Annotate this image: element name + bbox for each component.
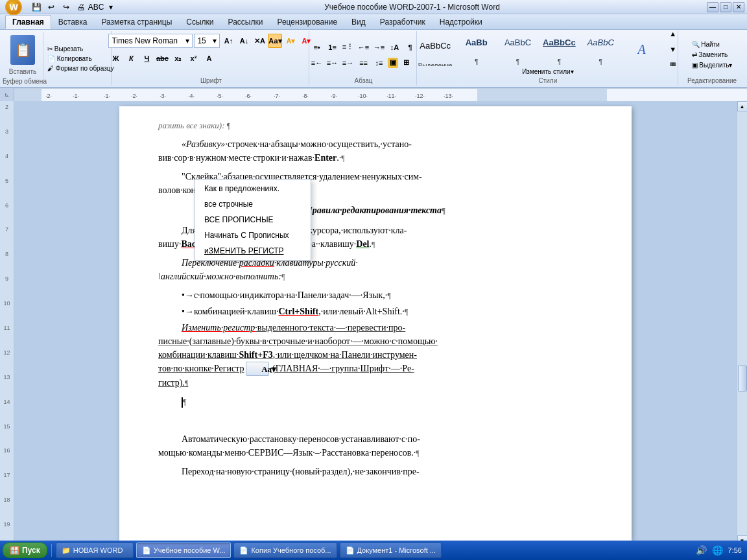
sort-btn[interactable]: ↕A — [388, 40, 402, 54]
styles-scroll-up[interactable]: ▲ — [666, 32, 680, 41]
menu-item-lowercase[interactable]: все строчные — [195, 196, 311, 212]
find-btn[interactable]: 🔍 Найти — [689, 40, 735, 49]
menu-item-toggle-case[interactable]: иЗМЕНИТЬ РЕГИСТР — [195, 243, 311, 259]
ribbon-tab-вставка[interactable]: Вставка — [51, 15, 95, 29]
ribbon-tabs: ГлавнаяВставкаРазметка страницыСсылкиРас… — [0, 14, 747, 30]
taskbar-item-doc3[interactable]: 📄 Документ1 - Microsoft ... — [340, 542, 442, 558]
ribbon-tab-рецензирование[interactable]: Рецензирование — [270, 15, 344, 29]
borders-btn[interactable]: ⊞ — [399, 56, 414, 70]
window-title: Учебное пособие WORD-2007-1 - Microsoft … — [117, 3, 707, 12]
font-size-dropdown[interactable]: 15 ▾ — [194, 34, 220, 48]
more-qat-btn[interactable]: ▾ — [104, 1, 117, 14]
justify-btn[interactable]: ≡≡ — [357, 56, 371, 70]
redo-qat-btn[interactable]: ↪ — [60, 1, 73, 14]
scroll-thumb[interactable] — [738, 366, 747, 391]
print-qat-btn[interactable]: 🖨 — [75, 1, 88, 14]
select-btn[interactable]: ▣ Выделить▾ — [689, 61, 735, 69]
taskbar-item-label-3: Копия Учебного пособ... — [251, 546, 331, 554]
ribbon-tab-ссылки[interactable]: Ссылки — [179, 15, 220, 29]
ruler-area: ⊾ ·2· ·1· ·1· ·2· ·3· ·4· ·5· ·6· ·7· ·8… — [0, 88, 747, 101]
format-painter-button[interactable]: 🖌 Формат по образцу — [45, 64, 116, 73]
doc-para-7: Автоматическую·расстановку·переносов·уст… — [158, 432, 593, 460]
highlight-btn[interactable]: A▾ — [283, 34, 298, 48]
menu-item-uppercase[interactable]: ВСЕ ПРОПИСНЫЕ — [195, 212, 311, 228]
font-name-value: Times New Roman — [112, 36, 178, 45]
bullets-btn[interactable]: ≡• — [310, 40, 324, 54]
tray-icon-2: 🌐 — [712, 545, 723, 555]
maximize-btn[interactable]: □ — [720, 2, 731, 12]
increase-indent-btn[interactable]: →≡ — [372, 40, 386, 54]
copy-button[interactable]: 📄 Копировать — [45, 54, 116, 63]
line-spacing-btn[interactable]: ↕≡ — [372, 56, 386, 70]
style-heading3[interactable]: AaBbCс ¶ Заголов... — [540, 32, 579, 66]
italic-btn[interactable]: К — [124, 51, 138, 65]
shading-btn[interactable]: ▣ — [388, 58, 398, 68]
multilevel-btn[interactable]: ≡⋮ — [341, 40, 355, 54]
editing-group: 🔍 Найти ⇄ Заменить ▣ Выделить▾ Редактиро… — [680, 31, 744, 86]
style-heading2[interactable]: AaBbC ¶ Заголов... — [498, 32, 538, 66]
document[interactable]: разить все знаки): ¶ «Разбивку»·строчек·… — [119, 106, 632, 541]
scroll-up-btn[interactable]: ▲ — [737, 101, 748, 111]
styles-scroll-down[interactable]: ▼ — [666, 42, 680, 56]
taskbar-item-doc1[interactable]: 📄 Учебное пособие W... — [136, 542, 231, 558]
svg-rect-0 — [14, 89, 747, 101]
scroll-track[interactable] — [737, 111, 748, 535]
vertical-scrollbar[interactable]: ▲ ▼ — [737, 101, 747, 546]
close-btn[interactable]: ✕ — [733, 2, 744, 12]
svg-text:·10·: ·10· — [358, 93, 368, 99]
taskbar-item-folder[interactable]: 📁 НОВАЯ WORD — [56, 542, 134, 558]
style-heading4[interactable]: AaBbC ¶ Заголов... — [581, 32, 621, 66]
align-left-btn[interactable]: ≡← — [310, 56, 324, 70]
svg-rect-2 — [477, 89, 607, 101]
text-effects-btn[interactable]: A — [202, 51, 216, 65]
ribbon-tab-надстройки[interactable]: Надстройки — [433, 15, 490, 29]
font-name-dropdown[interactable]: Times New Roman ▾ — [108, 34, 193, 48]
svg-rect-1 — [14, 89, 42, 101]
styles-more-btn[interactable]: ⊞ — [666, 58, 680, 66]
save-qat-btn[interactable]: 💾 — [30, 1, 43, 14]
ribbon-tab-рассылки[interactable]: Рассылки — [221, 15, 270, 29]
bold-btn[interactable]: Ж — [108, 51, 123, 65]
style-more[interactable]: A — [622, 32, 661, 66]
cut-button[interactable]: ✂ Вырезать — [45, 45, 116, 53]
align-center-btn[interactable]: ≡↔ — [326, 56, 340, 70]
replace-btn[interactable]: ⇄ Заменить — [689, 51, 735, 59]
font-group-label: Шрифт — [200, 77, 222, 84]
ribbon-tab-главная[interactable]: Главная — [5, 15, 51, 29]
menu-item-title-case[interactable]: Начинать С Прописных — [195, 228, 311, 243]
spellcheck-qat-btn[interactable]: ABC — [89, 1, 102, 14]
strikethrough-btn[interactable]: abc — [155, 51, 169, 65]
clear-format-btn[interactable]: ✕A — [252, 34, 267, 48]
ribbon-tab-разработчик[interactable]: Разработчик — [373, 15, 433, 29]
minimize-btn[interactable]: — — [707, 2, 718, 12]
styles-gallery: AaBbCc Выделение AaBb ¶ Заголов... AaBbC… — [416, 32, 680, 66]
font-size-arrow: ▾ — [213, 36, 217, 45]
decrease-font-btn[interactable]: A↓ — [237, 34, 251, 48]
doc-bullet-2: •→комбинацией·клавиш·Ctrl+Shift,·или·лев… — [182, 305, 593, 318]
ruler-corner[interactable]: ⊾ — [0, 88, 14, 101]
style-default[interactable]: AaBbCc Выделение — [416, 32, 455, 66]
subscript-btn[interactable]: x₂ — [171, 51, 185, 65]
ribbon-tab-вид[interactable]: Вид — [344, 15, 373, 29]
underline-btn[interactable]: Ч — [139, 51, 154, 65]
undo-qat-btn[interactable]: ↩ — [45, 1, 58, 14]
taskbar-item-doc2[interactable]: 📄 Копия Учебного пособ... — [233, 542, 337, 558]
start-button[interactable]: 🪟 Пуск — [3, 542, 47, 558]
doc-blank-para — [158, 414, 593, 427]
paste-button[interactable]: 📋 — [5, 32, 40, 67]
decrease-indent-btn[interactable]: ←≡ — [357, 40, 371, 54]
numbering-btn[interactable]: 1≡ — [326, 40, 340, 54]
change-styles-btn[interactable]: Изменить стили▾ — [519, 67, 576, 76]
menu-item-sentence[interactable]: Как в предложениях. — [195, 181, 311, 196]
increase-font-btn[interactable]: A↑ — [221, 34, 235, 48]
change-case-btn[interactable]: Аа▾ — [268, 34, 282, 48]
aa-inline-btn[interactable]: Аа▾ — [246, 362, 269, 376]
superscript-btn[interactable]: x² — [186, 51, 200, 65]
office-button[interactable]: W — [5, 0, 22, 16]
align-right-btn[interactable]: ≡→ — [341, 56, 355, 70]
svg-text:·1·: ·1· — [104, 93, 110, 99]
ribbon-tab-разметка-страницы[interactable]: Разметка страницы — [94, 15, 179, 29]
tray-icon-1: 🔊 — [696, 545, 707, 555]
word-icon-1: 📄 — [142, 546, 151, 555]
style-heading1[interactable]: AaBb ¶ Заголов... — [456, 32, 496, 66]
